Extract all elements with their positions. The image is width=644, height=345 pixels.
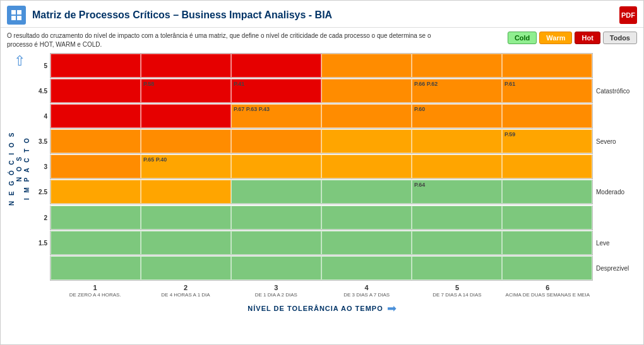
cell-r1-c3[interactable] (321, 79, 412, 103)
cell-r6-c2[interactable] (231, 206, 321, 230)
x-col-5: 5 DE 7 DIAS A 14 DIAS (412, 283, 502, 299)
y-num-25: 2.5 (32, 189, 50, 196)
cell-r1-c4[interactable]: P.66 P.62 (412, 79, 502, 103)
cell-r5-c4[interactable]: P.64 (412, 180, 502, 204)
cell-r0-c1[interactable] (141, 54, 231, 78)
app-icon (7, 6, 26, 25)
cell-r7-c5[interactable] (502, 231, 592, 255)
cell-r4-c3[interactable] (321, 155, 412, 178)
svg-rect-0 (11, 10, 16, 15)
y-num-15: 1.5 (32, 240, 50, 247)
cat-label-r7: Leve (593, 240, 637, 247)
cell-r1-c5[interactable]: P.61 (502, 79, 592, 103)
cell-r1-c1[interactable]: P.58 (141, 79, 231, 103)
cell-r4-c4[interactable] (412, 155, 502, 178)
x-col-4: 4 DE 3 DIAS A 7 DIAS (321, 283, 412, 299)
cell-r3-c2[interactable] (231, 129, 321, 153)
cell-r4-c5[interactable] (502, 155, 592, 178)
x-col-1: 1 DE ZERO A 4 HORAS. (50, 283, 140, 299)
cell-r3-c3[interactable] (321, 129, 412, 153)
cell-r6-c0[interactable] (51, 206, 141, 230)
svg-rect-3 (17, 16, 21, 20)
x-axis-section: NÍVEL DE TOLERÂNCIA AO TEMPO ➡ (1, 301, 643, 315)
cell-r6-c4[interactable] (412, 206, 502, 230)
x-col-3: 3 DE 1 DIA A 2 DIAS (231, 283, 321, 299)
x-col-6: 6 ACIMA DE DUAS SEMANAS E MEIA (503, 283, 593, 299)
up-arrow-icon: ⇧ (14, 53, 25, 69)
cell-r3-c0[interactable] (51, 129, 141, 153)
todos-button[interactable]: Todos (603, 32, 637, 44)
cell-r7-c3[interactable] (321, 231, 412, 255)
cat-label-r8: Desprezivel (593, 265, 637, 272)
y-num-4: 4 (32, 113, 50, 120)
cell-r2-c1[interactable] (141, 104, 231, 128)
cell-r3-c5[interactable]: P.59 (502, 129, 592, 153)
cell-r0-c4[interactable] (412, 54, 502, 78)
description-text: O resultado do cruzamento do nível de im… (7, 32, 436, 49)
cold-button[interactable]: Cold (508, 32, 537, 44)
cell-r8-c3[interactable] (321, 256, 412, 280)
y-axis: ⇧ I M P A C T ON O SN E G Ó C I O S (7, 53, 32, 299)
svg-rect-2 (11, 16, 16, 20)
cell-r2-c0[interactable] (51, 104, 141, 128)
cell-r1-c0[interactable] (51, 79, 141, 103)
cell-r2-c3[interactable] (321, 104, 412, 128)
cell-r6-c5[interactable] (502, 206, 592, 230)
cat-label-r5: Moderado (593, 189, 637, 196)
x-axis-label: NÍVEL DE TOLERÂNCIA AO TEMPO (247, 305, 383, 312)
cell-r2-c2[interactable]: P.67 P.63 P.43 (231, 104, 321, 128)
warm-button[interactable]: Warm (539, 32, 572, 44)
cell-r4-c2[interactable] (231, 155, 321, 178)
cell-r4-c1[interactable]: P.65 P.40 (141, 155, 231, 178)
cell-r7-c4[interactable] (412, 231, 502, 255)
cell-r4-c0[interactable] (51, 155, 141, 178)
cell-r2-c4[interactable]: P.60 (412, 104, 502, 128)
y-axis-label: I M P A C T ON O SN E G Ó C I O S (8, 71, 31, 266)
y-num-3: 3 (32, 163, 50, 170)
right-arrow-icon: ➡ (387, 301, 397, 315)
cell-r5-c3[interactable] (321, 180, 412, 204)
cell-r8-c4[interactable] (412, 256, 502, 280)
cat-label-r3: Severo (593, 138, 637, 145)
cell-r6-c3[interactable] (321, 206, 412, 230)
cell-r5-c5[interactable] (502, 180, 592, 204)
cell-r5-c2[interactable] (231, 180, 321, 204)
y-num-5: 5 (32, 62, 50, 69)
cell-r1-c2[interactable]: P.41 (231, 79, 321, 103)
cell-r7-c1[interactable] (141, 231, 231, 255)
y-num-45: 4.5 (32, 88, 50, 95)
cell-r3-c1[interactable] (141, 129, 231, 153)
cell-r0-c0[interactable] (51, 54, 141, 78)
cell-r0-c2[interactable] (231, 54, 321, 78)
cell-r0-c5[interactable] (502, 54, 592, 78)
hot-button[interactable]: Hot (575, 32, 600, 44)
cell-r5-c1[interactable] (141, 180, 231, 204)
pdf-button[interactable]: PDF (619, 6, 637, 24)
cell-r8-c5[interactable] (502, 256, 592, 280)
cell-r8-c1[interactable] (141, 256, 231, 280)
svg-rect-1 (17, 10, 21, 15)
cell-r0-c3[interactable] (321, 54, 412, 78)
x-col-2: 2 DE 4 HORAS A 1 DIA (140, 283, 230, 299)
cell-r6-c1[interactable] (141, 206, 231, 230)
cell-r2-c5[interactable] (502, 104, 592, 128)
y-num-2: 2 (32, 214, 50, 221)
page-title: Matriz de Processos Críticos – Business … (32, 9, 619, 21)
cell-r8-c0[interactable] (51, 256, 141, 280)
cell-r8-c2[interactable] (231, 256, 321, 280)
cell-r7-c0[interactable] (51, 231, 141, 255)
cat-label-r1: Catastrófico (593, 88, 637, 95)
cell-r5-c0[interactable] (51, 180, 141, 204)
cell-r3-c4[interactable] (412, 129, 502, 153)
cell-r7-c2[interactable] (231, 231, 321, 255)
y-num-35: 3.5 (32, 138, 50, 145)
